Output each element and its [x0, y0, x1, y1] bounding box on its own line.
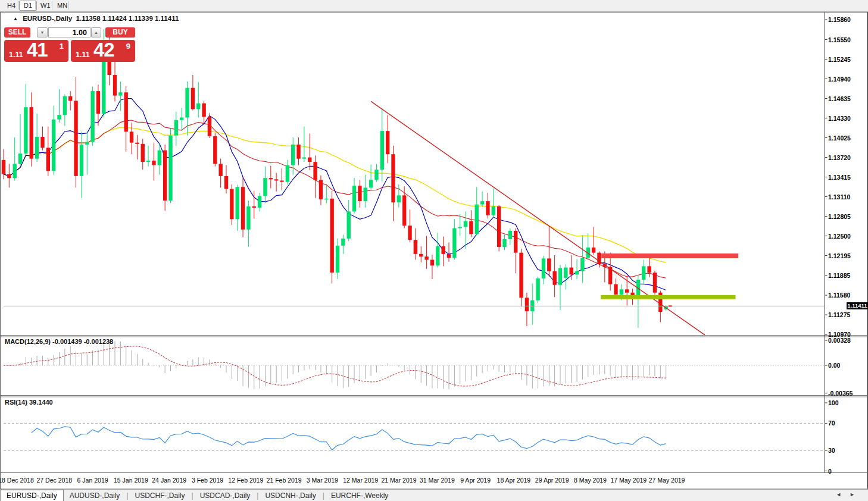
- tab-separator: |: [323, 491, 324, 500]
- price-axis-label: 1.13415: [828, 174, 851, 181]
- tab-scroll-left-icon[interactable]: ◄: [836, 491, 850, 497]
- date-axis-label: 18 Apr 2019: [497, 477, 531, 484]
- date-axis-label: 27 May 2019: [649, 477, 685, 484]
- volume-decrease-icon[interactable]: ▼: [37, 27, 48, 37]
- buy-button[interactable]: BUY: [105, 27, 135, 37]
- date-axis-label: 6 Jan 2019: [77, 477, 108, 484]
- ask-price-pipette: 9: [126, 42, 130, 51]
- chart-ohlc-values: 1.11358 1.11424 1.11339 1.11411: [76, 15, 179, 22]
- chart-tab-audusd[interactable]: AUDUSD-,Daily: [64, 490, 126, 501]
- chart-tab-usdchf[interactable]: USDCHF-,Daily: [129, 490, 191, 501]
- price-axis-label: 1.15245: [828, 56, 851, 63]
- date-axis-label: 9 Apr 2019: [460, 477, 491, 484]
- date-axis-label: 3 Mar 2019: [307, 477, 338, 484]
- chart-tab-eurchf[interactable]: EURCHF-,Weekly: [325, 490, 394, 501]
- date-axis-label: 21 Feb 2019: [267, 477, 302, 484]
- ask-quote-box[interactable]: 1.11 42 9: [71, 40, 135, 62]
- price-axis-label: 1.13110: [828, 193, 850, 201]
- bid-quote-box[interactable]: 1.11 41 1: [4, 40, 68, 62]
- date-axis-label: 17 May 2019: [610, 477, 647, 484]
- price-axis-label: 1.12805: [828, 213, 851, 220]
- chart-tab-eurusd[interactable]: EURUSD-,Daily: [0, 490, 64, 501]
- price-axis-label: 1.14940: [828, 76, 851, 83]
- macd-indicator-label: MACD(12,26,9) -0.001439 -0.001238: [5, 338, 113, 345]
- price-axis-label: 1.14025: [828, 134, 851, 142]
- rsi-indicator-label: RSI(14) 39.1440: [5, 399, 53, 406]
- price-axis-label: 1.13720: [828, 154, 851, 161]
- ask-price-base: 1.11: [76, 51, 90, 59]
- date-axis-label: 31 Mar 2019: [420, 477, 455, 484]
- tab-separator: |: [192, 491, 193, 500]
- price-axis-label: 1.11885: [828, 272, 850, 279]
- date-axis-label: 29 Apr 2019: [535, 477, 569, 484]
- date-axis-label: 27 Dec 2018: [37, 477, 73, 484]
- rsi-axis-label: 100: [828, 399, 839, 406]
- macd-axis-label: 0.00328: [828, 337, 851, 344]
- date-axis-label: 12 Mar 2019: [343, 477, 378, 484]
- mt4-window: H4D1W1MN ▲ EURUSD-,Daily 1.11358 1.11424…: [0, 0, 868, 501]
- date-axis-label: 8 May 2019: [574, 477, 607, 484]
- rsi-axis-label: 70: [828, 419, 835, 427]
- bid-price-pipette: 1: [60, 42, 64, 51]
- date-axis-label: 15 Jan 2019: [114, 477, 148, 484]
- chart-symbol-label: EURUSD-,Daily: [23, 15, 72, 22]
- sell-button[interactable]: SELL: [4, 27, 30, 37]
- price-axis-label: 1.14635: [828, 95, 851, 102]
- date-axis-label: 24 Jan 2019: [152, 477, 186, 484]
- bid-price-base: 1.11: [9, 51, 23, 59]
- chart-tab-usdcnh[interactable]: USDCNH-,Daily: [259, 490, 321, 501]
- date-axis-label: 21 Mar 2019: [382, 477, 417, 484]
- timeframe-button-mn[interactable]: MN: [52, 1, 72, 11]
- tab-scroll-right-icon[interactable]: ►: [850, 491, 863, 497]
- volume-input[interactable]: [48, 27, 90, 37]
- chart-title: ▲ EURUSD-,Daily 1.11358 1.11424 1.11339 …: [13, 15, 179, 22]
- volume-increase-icon[interactable]: ▲: [91, 27, 101, 37]
- date-axis-label: 3 Feb 2019: [192, 477, 223, 484]
- chart-tab-bar: EURUSD-,DailyAUDUSD-,Daily|USDCHF-,Daily…: [0, 489, 868, 501]
- macd-axis-label: -0.00365: [828, 390, 853, 397]
- timeframe-button-d1[interactable]: D1: [19, 1, 37, 11]
- price-axis-label: 1.12500: [828, 233, 851, 240]
- ask-price-main: 42: [93, 40, 114, 61]
- rsi-axis-label: 30: [828, 447, 835, 454]
- date-axis-label: 12 Feb 2019: [228, 477, 263, 484]
- macd-axis-label: 0.00: [828, 362, 840, 369]
- tab-scroll-arrows[interactable]: ◄►: [836, 491, 863, 497]
- date-axis-label: 18 Dec 2018: [0, 477, 34, 484]
- one-click-trade-panel: SELL ▼ ▲ BUY 1.11 41 1 1.11 42 9: [4, 27, 136, 62]
- chart-collapse-icon: ▲: [13, 16, 18, 21]
- bid-price-main: 41: [27, 40, 48, 61]
- timeframe-button-h4[interactable]: H4: [2, 1, 20, 11]
- price-axis-label: 1.12195: [828, 252, 851, 259]
- tab-separator: |: [126, 491, 128, 500]
- price-axis-label: 1.14330: [828, 115, 851, 122]
- timeframe-toolbar: H4D1W1MN: [0, 0, 868, 12]
- rsi-axis-label: 0: [828, 468, 832, 475]
- current-price-tag: 1.11411: [847, 302, 868, 309]
- toolbar-separator: [68, 1, 69, 10]
- price-axis-label: 1.11580: [828, 292, 850, 299]
- price-axis-label: 1.11275: [828, 311, 850, 318]
- price-axis-label: 1.15550: [828, 36, 851, 43]
- price-axis-label: 1.15860: [828, 16, 851, 23]
- tab-separator: |: [257, 491, 258, 500]
- chart-tab-usdcad[interactable]: USDCAD-,Daily: [194, 490, 257, 501]
